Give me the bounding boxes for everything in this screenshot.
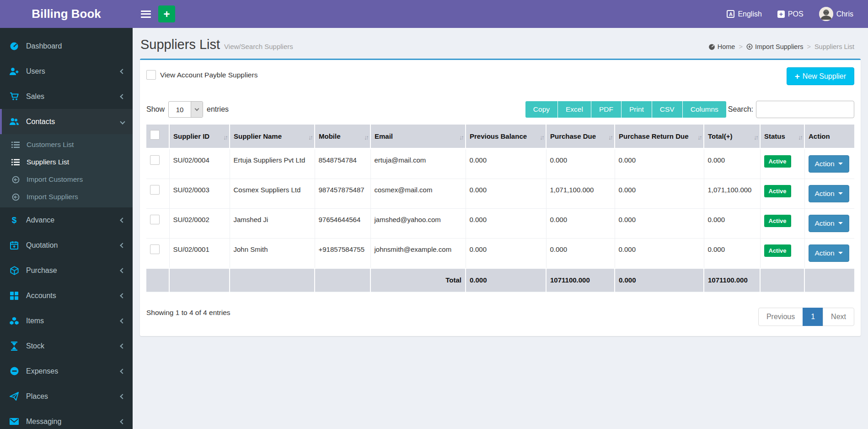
sidebar-item-items[interactable]: Items xyxy=(0,308,133,333)
sidebar-item-import-customers[interactable]: Import Customers xyxy=(0,171,133,188)
paper-plane-icon xyxy=(8,392,20,401)
header-supplier-id[interactable]: Supplier ID↓↑ xyxy=(169,125,230,148)
status-badge: Active xyxy=(764,244,791,257)
footer-total-label: Total xyxy=(370,268,466,292)
pos-button[interactable]: + POS xyxy=(777,10,804,18)
sidebar-toggle-icon[interactable] xyxy=(141,11,151,18)
purchase-due-cell: 1,071,100.000 xyxy=(546,179,615,208)
purchase-due-cell: 0.000 xyxy=(546,208,615,238)
row-checkbox[interactable] xyxy=(150,215,160,224)
mobile-cell: 97654644564 xyxy=(315,208,370,238)
sidebar-item-purchase[interactable]: Purchase xyxy=(0,258,133,283)
breadcrumb-home[interactable]: Home xyxy=(708,43,735,50)
purchase-return-due-cell: 0.000 xyxy=(615,238,704,268)
status-badge: Active xyxy=(764,185,791,198)
chevron-left-icon xyxy=(120,318,125,323)
app-logo[interactable]: Billing Book xyxy=(0,0,133,28)
search-label: Search: xyxy=(728,105,753,114)
header-previous-balance[interactable]: Previous Balance↓↑ xyxy=(466,125,546,148)
row-checkbox[interactable] xyxy=(150,155,160,165)
sort-icon: ↓↑ xyxy=(754,133,757,142)
sidebar-item-stock[interactable]: Stock xyxy=(0,333,133,358)
footer-previous-balance: 0.000 xyxy=(466,268,546,292)
header-total[interactable]: Total(+)↓↑ xyxy=(704,125,760,148)
sidebar-item-dashboard[interactable]: Dashboard xyxy=(0,33,133,59)
th-large-icon xyxy=(8,292,20,300)
sidebar-item-places[interactable]: Places xyxy=(0,384,133,409)
previous-balance-cell: 0.000 xyxy=(466,208,546,238)
action-dropdown-button[interactable]: Action xyxy=(809,244,849,262)
header-purchase-due[interactable]: Purchase Due↓↑ xyxy=(546,125,615,148)
sidebar-item-advance[interactable]: $ Advance xyxy=(0,207,133,233)
action-dropdown-button[interactable]: Action xyxy=(809,215,849,232)
submenu-item-label: Import Customers xyxy=(27,175,83,184)
suppliers-table: Supplier ID↓↑ Supplier Name↓↑ Mobile↓↑ E… xyxy=(146,125,854,292)
user-menu[interactable]: Chris xyxy=(819,7,853,21)
action-dropdown-button[interactable]: Action xyxy=(809,185,849,202)
users-group-icon xyxy=(8,118,20,125)
header-email[interactable]: Email↓↑ xyxy=(370,125,466,148)
supplier-id-cell: SU/02/0003 xyxy=(169,179,230,208)
copy-button[interactable]: Copy xyxy=(525,101,558,118)
caret-down-icon xyxy=(838,252,843,254)
payble-checkbox[interactable] xyxy=(146,70,156,80)
chevron-left-icon xyxy=(120,268,125,273)
breadcrumb-import-suppliers[interactable]: Import Suppliers xyxy=(746,43,804,50)
new-supplier-button[interactable]: + New Supplier xyxy=(787,67,854,85)
table-row: SU/02/0002 Jamshed Ji 97654644564 jamshe… xyxy=(146,208,854,238)
dashboard-icon xyxy=(8,42,20,51)
language-menu[interactable]: A English xyxy=(727,10,761,18)
sidebar-item-accounts[interactable]: Accounts xyxy=(0,283,133,308)
csv-button[interactable]: CSV xyxy=(652,101,683,118)
row-checkbox[interactable] xyxy=(150,244,160,254)
footer-purchase-due: 1071100.000 xyxy=(546,268,615,292)
language-label: English xyxy=(738,10,761,18)
breadcrumb: Home > Import Suppliers > Suppliers List xyxy=(708,43,854,52)
previous-page-button[interactable]: Previous xyxy=(758,308,803,326)
sidebar-item-import-suppliers[interactable]: Import Suppliers xyxy=(0,188,133,206)
mobile-cell: 987457875487 xyxy=(315,179,370,208)
header-status[interactable]: Status↓↑ xyxy=(760,125,804,148)
pdf-button[interactable]: PDF xyxy=(591,101,622,118)
columns-button[interactable]: Columns xyxy=(683,101,726,118)
chevron-left-icon xyxy=(120,243,125,248)
sidebar-item-suppliers-list[interactable]: Suppliers List xyxy=(0,153,133,171)
sidebar-item-label: Users xyxy=(26,67,121,76)
cart-icon xyxy=(8,92,20,101)
cubes-icon xyxy=(8,317,20,325)
caret-down-icon xyxy=(838,192,843,195)
page-length-select[interactable]: 10 xyxy=(168,101,203,118)
header-mobile[interactable]: Mobile↓↑ xyxy=(315,125,370,148)
action-dropdown-button[interactable]: Action xyxy=(809,155,849,173)
sidebar-item-label: Dashboard xyxy=(26,42,124,50)
header-supplier-name[interactable]: Supplier Name↓↑ xyxy=(230,125,315,148)
sidebar-item-label: Places xyxy=(26,392,121,401)
chevron-left-icon xyxy=(120,217,125,223)
sidebar-item-quotation[interactable]: Quotation xyxy=(0,233,133,258)
email-cell: cosmex@mail.com xyxy=(370,179,466,208)
excel-button[interactable]: Excel xyxy=(558,101,591,118)
envelope-icon xyxy=(8,418,20,425)
quick-add-button[interactable]: + xyxy=(158,5,175,22)
select-all-checkbox[interactable] xyxy=(150,130,160,140)
footer-total-value: 1071100.000 xyxy=(704,268,760,292)
sidebar-item-users[interactable]: Users xyxy=(0,59,133,84)
sidebar-item-messaging[interactable]: Messaging xyxy=(0,409,133,429)
sidebar-item-expenses[interactable]: Expenses xyxy=(0,358,133,384)
sidebar-item-label: Accounts xyxy=(26,292,121,300)
page-1-button[interactable]: 1 xyxy=(803,308,823,326)
email-cell: jamshed@yahoo.com xyxy=(370,208,466,238)
footer-empty-cell xyxy=(315,268,370,292)
search-input[interactable] xyxy=(756,101,854,118)
next-page-button[interactable]: Next xyxy=(823,308,854,326)
purchase-return-due-cell: 0.000 xyxy=(615,208,704,238)
print-button[interactable]: Print xyxy=(622,101,652,118)
sort-icon: ↓↑ xyxy=(540,133,543,142)
sidebar-item-customers-list[interactable]: Customers List xyxy=(0,136,133,153)
table-row: SU/02/0004 Ertuja Suppliers Pvt Ltd 8548… xyxy=(146,148,854,179)
sidebar-item-contacts[interactable]: Contacts Customers List Suppliers List I… xyxy=(0,109,133,207)
sidebar-item-sales[interactable]: Sales xyxy=(0,84,133,109)
row-checkbox[interactable] xyxy=(150,185,160,195)
breadcrumb-separator: > xyxy=(807,43,810,50)
header-purchase-return-due[interactable]: Purchase Return Due↓↑ xyxy=(615,125,704,148)
